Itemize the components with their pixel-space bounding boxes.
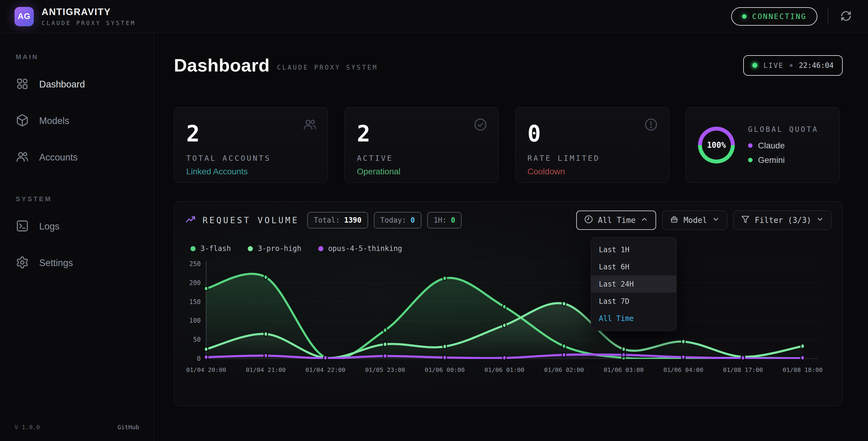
volume-title: REQUEST VOLUME: [203, 215, 299, 225]
svg-text:01/08 17:00: 01/08 17:00: [723, 366, 763, 374]
total-chip: Total: 1390: [307, 212, 368, 228]
app-name: ANTIGRAVITY: [41, 7, 135, 18]
stat-sublabel: Cooldown: [527, 167, 657, 176]
sidebar-item-settings[interactable]: Settings: [14, 251, 139, 275]
volume-chips: Total: 1390 Today: 0 1H: 0: [307, 212, 461, 228]
time-range-dropdown: Last 1H Last 6H Last 24H Last 7D All Tim…: [591, 237, 677, 331]
live-separator-dot: [789, 64, 793, 67]
svg-text:200: 200: [189, 279, 201, 287]
sidebar-item-accounts[interactable]: Accounts: [14, 145, 139, 169]
sidebar-section-main: MAIN: [16, 53, 139, 61]
topbar-divider: [828, 9, 828, 24]
svg-text:01/06 01:00: 01/06 01:00: [484, 366, 524, 374]
dropdown-item-last-24h[interactable]: Last 24H: [591, 275, 676, 293]
quota-legend: GLOBAL QUOTA Claude Gemini: [748, 125, 818, 165]
model-filter-label: Model: [684, 216, 707, 225]
users-icon: [16, 150, 29, 165]
sidebar-item-label: Accounts: [39, 152, 78, 163]
time-range-label: All Time: [598, 216, 636, 225]
box-icon: [670, 215, 679, 226]
chip-label: Total:: [314, 216, 340, 225]
chip-label: Today:: [380, 216, 407, 225]
users-icon: [303, 118, 317, 133]
today-chip: Today: 0: [374, 212, 421, 228]
stat-card-rate-limited: 0 RATE LIMITED Cooldown: [515, 107, 669, 183]
terminal-icon: [16, 219, 29, 233]
connection-status-dot: [742, 14, 747, 19]
series-dot: [190, 246, 195, 251]
clock-icon: [584, 215, 593, 226]
stat-card-active: 2 ACTIVE Operational: [344, 107, 498, 183]
sidebar-item-logs[interactable]: Logs: [14, 214, 139, 238]
dropdown-item-last-7d[interactable]: Last 7D: [591, 293, 676, 310]
dropdown-item-last-1h[interactable]: Last 1H: [591, 241, 676, 258]
chip-value: 0: [451, 216, 455, 225]
series-dot: [248, 246, 253, 251]
quota-percent: 100%: [707, 141, 726, 150]
main-content: Dashboard CLAUDE PROXY SYSTEM LIVE 22:46…: [154, 33, 868, 441]
refresh-icon: [840, 10, 852, 23]
chart-legend: 3-flash 3-pro-high opus-4-5-thinking: [190, 244, 832, 253]
model-filter-button[interactable]: Model: [662, 210, 727, 230]
svg-text:0: 0: [197, 355, 201, 362]
sidebar-section-system: SYSTEM: [16, 195, 139, 203]
app-logo-text: AG: [18, 12, 31, 21]
live-clock: 22:46:04: [799, 61, 834, 70]
github-link[interactable]: GitHub: [118, 423, 139, 431]
stat-value: 2: [186, 122, 315, 145]
sidebar-footer: V 1.0.0 GitHub: [14, 423, 139, 431]
stat-sublabel: Operational: [357, 167, 486, 176]
quota-item-claude: Claude: [748, 141, 818, 150]
check-circle-icon: [473, 118, 487, 133]
volume-actions: All Time Model: [576, 210, 832, 230]
series-label: 3-flash: [200, 244, 231, 253]
global-quota-card: 100% GLOBAL QUOTA Claude Gemini: [686, 107, 840, 183]
sidebar-item-label: Logs: [39, 221, 59, 232]
volume-panel-header: REQUEST VOLUME Total: 1390 Today: 0 1H:: [185, 210, 832, 230]
quota-item-label: Gemini: [758, 155, 785, 165]
live-status-badge: LIVE 22:46:04: [743, 55, 843, 76]
quota-item-label: Claude: [758, 141, 785, 150]
legend-item: 3-flash: [190, 244, 231, 253]
funnel-icon: [741, 215, 750, 226]
quota-donut-ring: 100%: [698, 127, 735, 164]
dropdown-item-all-time[interactable]: All Time: [591, 310, 676, 327]
volume-title-block: REQUEST VOLUME: [185, 214, 299, 226]
series-dot: [318, 246, 323, 251]
page-header: Dashboard CLAUDE PROXY SYSTEM LIVE 22:46…: [174, 55, 843, 76]
stat-sublabel: Linked Accounts: [186, 167, 315, 176]
chevron-up-icon: [641, 215, 648, 225]
svg-text:01/05 23:00: 01/05 23:00: [365, 366, 405, 374]
dropdown-item-last-6h[interactable]: Last 6H: [591, 258, 676, 275]
sidebar-item-label: Models: [39, 116, 69, 126]
quota-item-gemini: Gemini: [748, 155, 818, 165]
stat-card-total-accounts: 2 TOTAL ACCOUNTS Linked Accounts: [174, 107, 328, 183]
connection-status-label: CONNECTING: [752, 12, 807, 21]
legend-item: opus-4-5-thinking: [318, 244, 402, 253]
legend-item: 3-pro-high: [248, 244, 301, 253]
svg-text:100: 100: [189, 317, 201, 324]
sidebar-item-models[interactable]: Models: [14, 109, 139, 133]
chip-value: 1390: [344, 216, 362, 225]
chip-value: 0: [410, 216, 415, 225]
one-hour-chip: 1H: 0: [427, 212, 462, 228]
svg-text:150: 150: [189, 298, 201, 305]
quota-donut-hole: 100%: [702, 130, 731, 159]
quota-title: GLOBAL QUOTA: [748, 125, 818, 134]
live-status-dot: [752, 63, 757, 68]
stat-label: ACTIVE: [357, 154, 486, 163]
cube-icon: [16, 114, 29, 128]
time-range-button[interactable]: All Time: [576, 210, 656, 230]
svg-text:50: 50: [193, 336, 201, 343]
page-title: Dashboard: [174, 55, 270, 76]
alert-circle-icon: [644, 118, 658, 133]
series-label: 3-pro-high: [258, 244, 301, 253]
brand-block: ANTIGRAVITY CLAUDE PROXY SYSTEM: [41, 7, 135, 26]
refresh-button[interactable]: [838, 8, 854, 24]
sidebar-item-dashboard[interactable]: Dashboard: [14, 72, 139, 96]
filter-button[interactable]: Filter (3/3): [733, 210, 832, 230]
live-status-label: LIVE: [764, 62, 784, 69]
svg-text:01/06 04:00: 01/06 04:00: [663, 366, 703, 374]
svg-text:01/08 18:00: 01/08 18:00: [783, 366, 823, 374]
stat-value: 2: [357, 122, 486, 145]
